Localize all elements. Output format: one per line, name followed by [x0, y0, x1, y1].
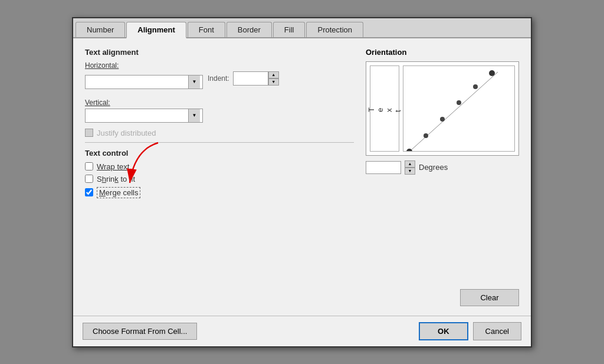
bottom-right-buttons: OK Cancel: [419, 322, 521, 340]
vertical-text-display: Text: [370, 66, 399, 151]
vertical-dropdown-arrow[interactable]: ▼: [188, 109, 200, 122]
cancel-button[interactable]: Cancel: [473, 322, 521, 340]
svg-point-7: [489, 70, 495, 76]
tab-border[interactable]: Border: [226, 22, 272, 37]
tab-alignment[interactable]: Alignment: [126, 22, 186, 38]
shrink-to-fit-label: Shrink to fit: [97, 175, 135, 183]
indent-up-button[interactable]: ▲: [268, 71, 279, 78]
degrees-up-button[interactable]: ▲: [405, 160, 415, 168]
horizontal-label: Horizontal:: [85, 61, 354, 70]
svg-point-3: [424, 133, 428, 138]
text-alignment-heading: Text alignment: [85, 48, 354, 57]
divider: [85, 142, 354, 143]
ok-button[interactable]: OK: [419, 322, 468, 340]
svg-point-6: [473, 84, 478, 89]
shrink-to-fit-row: Shrink to fit: [85, 175, 354, 183]
orientation-box: Text: [366, 61, 519, 156]
left-panel: Text alignment Horizontal: ▼ Indent:: [85, 48, 354, 306]
wrap-text-checkbox[interactable]: [85, 162, 93, 170]
justify-row: Justify distributed: [85, 129, 354, 137]
tab-font[interactable]: Font: [188, 22, 225, 37]
svg-point-4: [440, 117, 445, 122]
horizontal-dropdown[interactable]: ▼: [85, 75, 203, 89]
justify-label: Justify distributed: [97, 129, 156, 137]
svg-point-5: [457, 100, 461, 105]
indent-row: Indent: ▲ ▼: [208, 71, 279, 86]
tab-bar: Number Alignment Font Border Fill Protec…: [73, 18, 531, 38]
tab-number[interactable]: Number: [76, 22, 125, 37]
indent-input[interactable]: [233, 71, 268, 86]
merge-cells-label: Merge cells: [97, 187, 140, 198]
angle-diagram[interactable]: [403, 65, 515, 152]
horizontal-select-row: ▼ Indent: ▲ ▼: [85, 71, 354, 93]
dialog-content: Text alignment Horizontal: ▼ Indent:: [73, 38, 531, 316]
vertical-dropdown[interactable]: ▼: [85, 109, 203, 123]
right-panel: Orientation Text: [366, 48, 519, 306]
vertical-text-box: Text: [370, 65, 399, 152]
wrap-text-label: Wrap text: [97, 162, 129, 171]
angle-diagram-svg: [403, 66, 514, 151]
orientation-title: Orientation: [366, 48, 519, 57]
text-control-heading: Text control: [85, 149, 354, 158]
merge-cells-checkbox[interactable]: [85, 188, 93, 196]
wrap-text-row: Wrap text: [85, 162, 354, 171]
clear-button[interactable]: Clear: [460, 289, 519, 306]
degrees-down-button[interactable]: ▼: [405, 168, 415, 175]
justify-checkbox[interactable]: [85, 129, 93, 137]
tab-protection[interactable]: Protection: [306, 22, 363, 37]
indent-down-button[interactable]: ▼: [268, 78, 279, 86]
merge-cells-row: Merge cells: [85, 187, 354, 198]
vertical-label: Vertical:: [85, 99, 354, 107]
degrees-label: Degrees: [419, 163, 448, 172]
choose-format-button[interactable]: Choose Format From Cell...: [83, 323, 197, 340]
horizontal-group: Horizontal: ▼ Indent: ▲ ▼: [85, 61, 354, 93]
degrees-spinners: ▲ ▼: [405, 160, 415, 175]
shrink-to-fit-checkbox[interactable]: [85, 175, 93, 183]
horizontal-dropdown-arrow[interactable]: ▼: [188, 76, 200, 88]
tab-fill[interactable]: Fill: [273, 22, 306, 37]
svg-point-2: [406, 149, 412, 151]
format-cells-dialog: Number Alignment Font Border Fill Protec…: [72, 17, 532, 347]
svg-line-1: [409, 72, 498, 151]
indent-label: Indent:: [208, 74, 229, 83]
indent-spinners: ▲ ▼: [268, 71, 279, 86]
bottom-bar: Choose Format From Cell... OK Cancel: [73, 316, 531, 346]
degrees-input[interactable]: [366, 161, 401, 174]
vertical-group: Vertical: ▼: [85, 99, 354, 123]
degrees-row: ▲ ▼ Degrees: [366, 160, 519, 175]
